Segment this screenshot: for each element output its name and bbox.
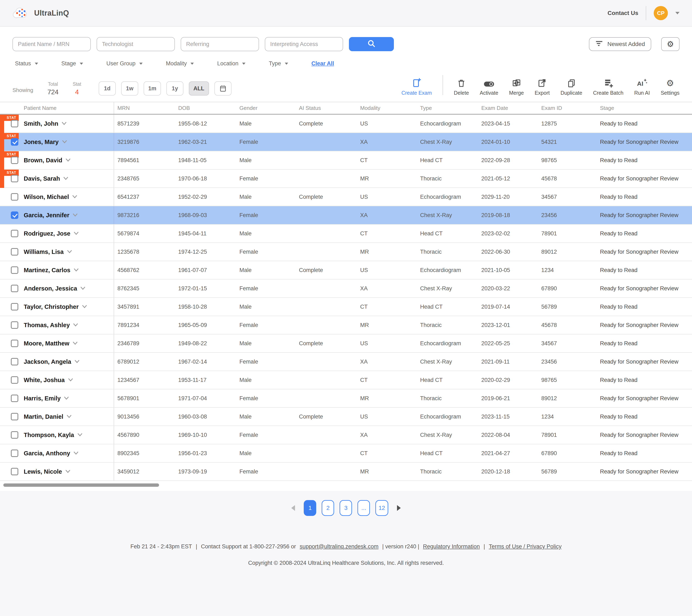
table-row[interactable]: Anderson, Jessica 87623451972-01-15Femal…	[0, 280, 692, 298]
chevron-down-icon[interactable]	[65, 470, 70, 474]
chevron-down-icon[interactable]	[73, 323, 78, 327]
chevron-down-icon[interactable]	[62, 140, 67, 144]
table-row[interactable]: Martinez, Carlos 45687621961-07-07MaleCo…	[0, 261, 692, 280]
table-row[interactable]: Lewis, Nicole 34590121973-09-19FemaleMRT…	[0, 463, 692, 481]
delete-button[interactable]: Delete	[454, 78, 469, 96]
chevron-down-icon[interactable]	[74, 360, 80, 364]
chevron-down-icon[interactable]	[73, 342, 78, 345]
row-checkbox[interactable]	[11, 138, 18, 146]
column-header-exam-date[interactable]: Exam Date	[478, 105, 538, 111]
table-row[interactable]: Moore, Matthew 23467891949-08-22MaleComp…	[0, 334, 692, 353]
table-row[interactable]: Wilson, Michael 65412371952-02-29MaleCom…	[0, 188, 692, 206]
run-ai-button[interactable]: AI Run AI	[634, 78, 650, 96]
row-checkbox[interactable]	[11, 321, 18, 329]
interpreting-access-input[interactable]	[265, 37, 343, 51]
row-checkbox[interactable]	[11, 230, 18, 237]
date-range-all-button[interactable]: ALL	[189, 81, 209, 95]
chevron-down-icon[interactable]	[67, 415, 72, 418]
chevron-down-icon[interactable]	[73, 452, 79, 455]
row-checkbox[interactable]	[11, 248, 18, 256]
footer-link[interactable]: Terms of Use / Privacy Policy	[489, 543, 562, 550]
activate-button[interactable]: Activate	[480, 78, 498, 96]
create-batch-button[interactable]: Create Batch	[593, 78, 624, 96]
table-row[interactable]: STAT Smith, John 85712391955-08-12MaleCo…	[0, 115, 692, 133]
table-row[interactable]: Williams, Lisa 12356781974-12-25FemaleMR…	[0, 243, 692, 261]
merge-button[interactable]: Merge	[509, 78, 524, 96]
calendar-button[interactable]	[214, 81, 232, 95]
footer-link[interactable]: support@ultralinq.zendesk.com	[300, 543, 379, 550]
row-checkbox[interactable]	[11, 175, 18, 182]
row-checkbox[interactable]	[11, 413, 18, 420]
column-header-type[interactable]: Type	[417, 105, 478, 111]
table-row[interactable]: Garcia, Anthony 89023451956-01-23MaleCTH…	[0, 444, 692, 463]
avatar[interactable]: CP	[654, 6, 668, 20]
row-checkbox[interactable]	[11, 358, 18, 366]
date-range-1w-button[interactable]: 1w	[121, 81, 138, 95]
filter-dropdown-modality[interactable]: Modality	[166, 60, 194, 67]
settings-button[interactable]: ⚙ Settings	[661, 78, 679, 96]
export-button[interactable]: Export	[535, 78, 549, 96]
page-button-12[interactable]: 12	[375, 500, 388, 516]
previous-page-chevron-icon[interactable]	[291, 505, 295, 511]
filter-dropdown-stage[interactable]: Stage	[61, 60, 83, 67]
chevron-down-icon[interactable]	[63, 177, 68, 180]
search-button[interactable]	[349, 37, 394, 51]
filter-dropdown-user-group[interactable]: User Group	[106, 60, 143, 67]
create-exam-button[interactable]: Create Exam	[402, 78, 432, 96]
footer-link[interactable]: Regulatory Information	[423, 543, 480, 550]
column-header-stage[interactable]: Stage	[597, 105, 692, 111]
chevron-down-icon[interactable]	[74, 268, 79, 272]
page-button-1[interactable]: 1	[304, 500, 316, 516]
chevron-down-icon[interactable]	[73, 213, 78, 217]
date-range-1m-button[interactable]: 1m	[144, 81, 161, 95]
filter-dropdown-location[interactable]: Location	[217, 60, 245, 67]
row-checkbox[interactable]	[11, 468, 18, 475]
filter-dropdown-type[interactable]: Type	[269, 60, 288, 67]
column-header-dob[interactable]: DOB	[175, 105, 236, 111]
chevron-down-icon[interactable]	[74, 232, 79, 235]
row-checkbox[interactable]	[11, 156, 18, 164]
table-row[interactable]: Harris, Emily 56789011971-07-04FemaleMRT…	[0, 389, 692, 408]
horizontal-scrollbar[interactable]	[3, 483, 159, 487]
chevron-down-icon[interactable]	[62, 122, 67, 126]
table-row[interactable]: STAT Davis, Sarah 23487651970-06-18Femal…	[0, 170, 692, 188]
date-range-1d-button[interactable]: 1d	[99, 81, 116, 95]
row-checkbox[interactable]	[11, 449, 18, 457]
chevron-down-icon[interactable]	[68, 378, 73, 382]
avatar-menu-caret-icon[interactable]	[675, 12, 679, 14]
contact-us-link[interactable]: Contact Us	[607, 10, 638, 17]
page-button-2[interactable]: 2	[322, 500, 334, 516]
row-checkbox[interactable]	[11, 376, 18, 384]
filter-dropdown-status[interactable]: Status	[15, 60, 38, 67]
row-checkbox[interactable]	[11, 193, 18, 201]
row-checkbox[interactable]	[11, 120, 18, 127]
column-settings-button[interactable]: ⚙	[661, 37, 679, 51]
column-header-exam-id[interactable]: Exam ID	[538, 105, 597, 111]
chevron-down-icon[interactable]	[80, 287, 85, 290]
table-row[interactable]: Thompson, Kayla 45678901969-10-10FemaleX…	[0, 426, 692, 444]
table-row[interactable]: Thomas, Ashley 78912341965-05-09FemaleMR…	[0, 316, 692, 334]
table-row[interactable]: Garcia, Jennifer 98732161968-09-03Female…	[0, 206, 692, 224]
chevron-down-icon[interactable]	[82, 305, 87, 309]
row-checkbox[interactable]	[11, 339, 18, 347]
technologist-input[interactable]	[96, 37, 175, 51]
table-row[interactable]: White, Joshua 12345671953-11-17MaleCTHea…	[0, 371, 692, 389]
column-header-modality[interactable]: Modality	[357, 105, 417, 111]
column-header-patient-name[interactable]: Patient Name	[0, 102, 114, 114]
next-page-chevron-icon[interactable]	[397, 505, 401, 511]
row-checkbox[interactable]	[11, 285, 18, 292]
sort-button[interactable]: Newest Added	[589, 37, 651, 51]
chevron-down-icon[interactable]	[78, 433, 83, 437]
chevron-down-icon[interactable]	[72, 195, 77, 199]
chevron-down-icon[interactable]	[64, 396, 69, 400]
column-header-mrn[interactable]: MRN	[114, 105, 175, 111]
row-checkbox[interactable]	[11, 303, 18, 310]
table-row[interactable]: STAT Brown, David 78945611948-11-05MaleC…	[0, 151, 692, 170]
date-range-1y-button[interactable]: 1y	[166, 81, 183, 95]
table-row[interactable]: Jackson, Angela 67890121967-02-14FemaleX…	[0, 353, 692, 371]
table-row[interactable]: STAT Jones, Mary 32198761962-03-21Female…	[0, 133, 692, 151]
chevron-down-icon[interactable]	[66, 158, 70, 162]
referring-input[interactable]	[181, 37, 259, 51]
clear-all-link[interactable]: Clear All	[311, 60, 334, 67]
row-checkbox[interactable]	[11, 395, 18, 402]
